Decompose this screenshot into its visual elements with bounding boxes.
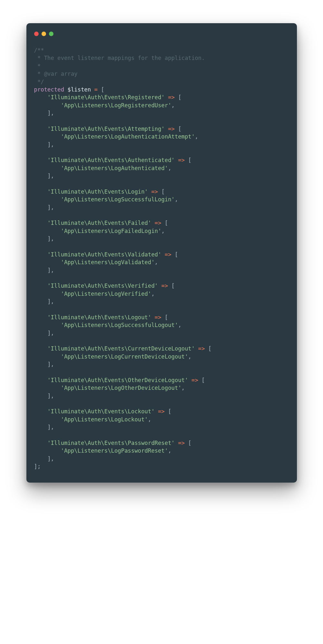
code-window: /** * The event listener mappings for th…	[26, 23, 297, 483]
close-icon	[34, 32, 39, 36]
code-block: /** * The event listener mappings for th…	[34, 46, 289, 470]
window-traffic-lights	[34, 32, 289, 36]
zoom-icon	[49, 32, 53, 36]
minimize-icon	[42, 32, 46, 36]
